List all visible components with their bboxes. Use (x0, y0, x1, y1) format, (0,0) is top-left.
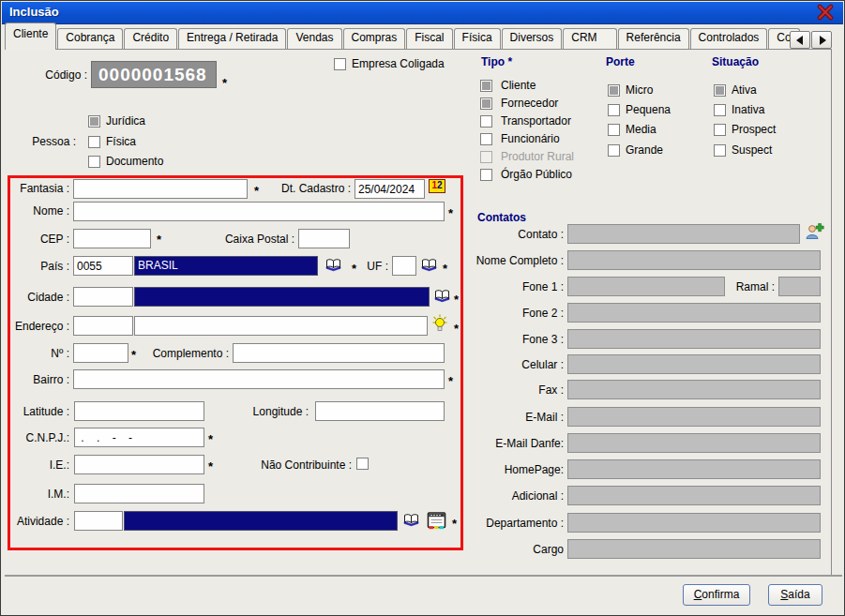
uf-label: UF : (357, 260, 388, 273)
cidade-lookup-book-icon[interactable] (433, 288, 451, 307)
atividade-lookup-book-icon[interactable] (402, 512, 420, 531)
tab-entrega-retirada[interactable]: Entrega / Retirada (178, 28, 286, 50)
endereco-hint-bulb-icon[interactable] (432, 314, 447, 336)
calendar-icon[interactable]: 12 (429, 179, 445, 193)
fax-label: Fax : (451, 383, 564, 397)
cnpj-required: * (208, 432, 213, 446)
pessoa-fisica-label: Física (106, 135, 136, 148)
tab-controlados[interactable]: Controlados (690, 28, 768, 50)
inclusao-dialog: Inclusão Cliente Cobrança Crédito Entreg… (0, 0, 845, 616)
porte-media-checkbox[interactable] (608, 124, 620, 136)
window-title: Inclusão (9, 5, 59, 19)
ie-label: I.E.: (4, 458, 69, 472)
empresa-coligada-checkbox[interactable] (334, 58, 346, 70)
atividade-notepad-icon[interactable] (425, 510, 448, 533)
homepage-field (567, 459, 821, 479)
tab-diversos[interactable]: Diversos (502, 28, 563, 50)
confirma-button[interactable]: Confirma (683, 584, 750, 606)
cnpj-label: C.N.P.J.: (4, 431, 69, 444)
pais-nome-field: BRASIL (134, 256, 318, 276)
tab-credito[interactable]: Crédito (124, 28, 177, 50)
nome-input[interactable] (73, 202, 445, 221)
pais-lookup-book-icon[interactable] (324, 257, 342, 276)
situacao-suspect-checkbox[interactable] (714, 144, 726, 157)
tipo-header: Tipo * (481, 55, 512, 68)
page-border (831, 49, 832, 575)
porte-pequena-checkbox[interactable] (608, 104, 620, 116)
ie-required: * (208, 459, 213, 473)
atividade-label: Atividade : (4, 515, 69, 528)
tab-compras[interactable]: Compras (343, 28, 406, 50)
porte-micro-checkbox[interactable] (608, 84, 620, 97)
situacao-prospect-checkbox[interactable] (714, 124, 726, 136)
tipo-fornecedor-label: Fornecedor (501, 97, 558, 110)
tipo-orgao-publico-checkbox[interactable] (480, 169, 492, 181)
porte-grande-checkbox[interactable] (608, 144, 620, 157)
fone3-label: Fone 3 : (451, 333, 564, 346)
add-contact-person-icon[interactable] (805, 222, 824, 244)
atividade-nome-field (124, 511, 398, 531)
cep-required: * (157, 233, 161, 247)
tab-cobranca[interactable]: Cobrança (57, 28, 123, 50)
dt-cadastro-input[interactable] (355, 179, 425, 199)
nome-label: Nome : (4, 204, 69, 218)
footer-divider (5, 575, 842, 577)
tab-scroll-left-icon[interactable] (790, 31, 810, 49)
pessoa-juridica-checkbox[interactable] (88, 115, 100, 128)
tipo-transportador-checkbox[interactable] (480, 115, 492, 128)
pessoa-fisica-checkbox[interactable] (88, 136, 100, 148)
uf-input[interactable] (392, 256, 416, 276)
endereco-input[interactable] (134, 316, 428, 336)
tipo-funcionario-checkbox[interactable] (480, 133, 492, 145)
tipo-cliente-checkbox[interactable] (480, 80, 492, 92)
fantasia-input[interactable] (73, 179, 248, 199)
tipo-produtor-rural-label: Produtor Rural (501, 150, 574, 163)
cep-input[interactable] (73, 229, 151, 248)
bairro-input[interactable] (73, 369, 445, 389)
fantasia-required: * (254, 184, 259, 198)
bairro-label: Bairro : (4, 373, 69, 386)
saida-button[interactable]: Saída (768, 584, 822, 606)
longitude-input[interactable] (315, 401, 445, 421)
tab-crm[interactable]: CRM (563, 28, 616, 50)
cep-label: CEP : (4, 233, 69, 246)
contatos-header: Contatos (477, 211, 526, 224)
cargo-field (567, 539, 821, 559)
endereco-codigo-input[interactable] (73, 316, 133, 336)
tab-fisica[interactable]: Física (454, 28, 501, 50)
im-input[interactable] (74, 484, 204, 503)
ramal-field (778, 277, 821, 296)
caixa-postal-input[interactable] (298, 229, 350, 248)
latitude-input[interactable] (74, 401, 204, 421)
celular-label: Celular : (451, 358, 564, 371)
numero-input[interactable] (73, 343, 128, 363)
numero-required: * (131, 348, 136, 362)
close-icon[interactable] (815, 4, 836, 21)
dt-cadastro-label: Dt. Cadastro : (264, 182, 351, 195)
situacao-ativa-checkbox[interactable] (714, 84, 726, 97)
situacao-inativa-checkbox[interactable] (714, 104, 726, 116)
atividade-codigo-input[interactable] (74, 511, 123, 531)
endereco-label: Endereço : (4, 320, 69, 333)
cnpj-input[interactable] (74, 428, 204, 447)
tab-cliente[interactable]: Cliente (5, 23, 56, 50)
tab-scroll-right-icon[interactable] (811, 31, 832, 49)
cidade-nome-field (134, 287, 430, 307)
latitude-label: Latitude : (4, 405, 69, 418)
tipo-produtor-rural-checkbox (480, 151, 492, 163)
title-bar: Inclusão (2, 2, 843, 24)
nao-contribuinte-checkbox[interactable] (356, 458, 369, 470)
porte-media-label: Media (626, 123, 656, 136)
complemento-input[interactable] (233, 343, 445, 363)
uf-lookup-book-icon[interactable] (420, 257, 438, 276)
pais-codigo-input[interactable] (73, 256, 133, 276)
fantasia-label: Fantasia : (4, 182, 69, 195)
tipo-fornecedor-checkbox[interactable] (480, 98, 492, 110)
tab-fiscal[interactable]: Fiscal (406, 28, 452, 50)
ie-input[interactable] (74, 455, 204, 474)
cidade-label: Cidade : (4, 291, 69, 304)
pessoa-documento-checkbox[interactable] (88, 156, 100, 168)
tab-referencia[interactable]: Referência (618, 28, 689, 50)
cidade-codigo-input[interactable] (73, 287, 133, 307)
tab-vendas[interactable]: Vendas (287, 28, 341, 50)
